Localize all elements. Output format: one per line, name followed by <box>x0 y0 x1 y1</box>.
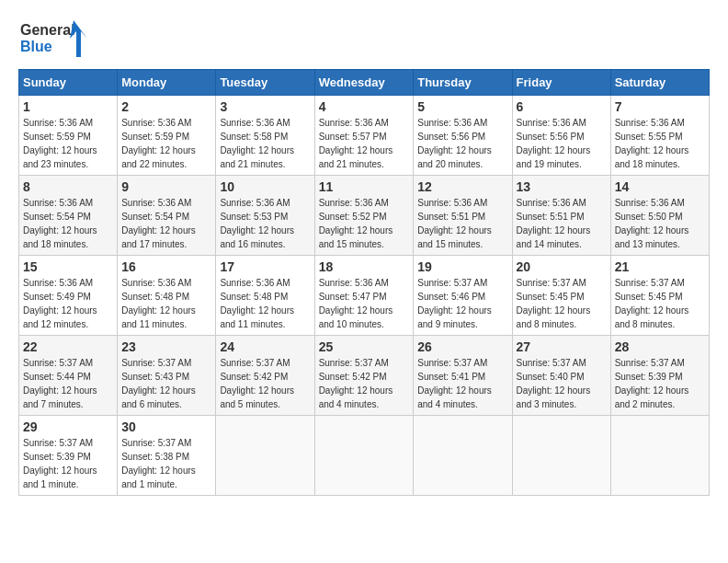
table-row: 14Sunrise: 5:36 AMSunset: 5:50 PMDayligh… <box>610 176 709 256</box>
table-row: 15Sunrise: 5:36 AMSunset: 5:49 PMDayligh… <box>19 256 118 336</box>
table-row: 8Sunrise: 5:36 AMSunset: 5:54 PMDaylight… <box>19 176 118 256</box>
svg-text:Blue: Blue <box>20 39 52 54</box>
table-row: 28Sunrise: 5:37 AMSunset: 5:39 PMDayligh… <box>610 336 709 416</box>
header: GeneralBlue <box>18 18 710 60</box>
table-row: 23Sunrise: 5:37 AMSunset: 5:43 PMDayligh… <box>118 336 216 416</box>
table-row: 3Sunrise: 5:36 AMSunset: 5:58 PMDaylight… <box>216 96 314 176</box>
table-row: 19Sunrise: 5:37 AMSunset: 5:46 PMDayligh… <box>414 256 512 336</box>
calendar-table: SundayMondayTuesdayWednesdayThursdayFrid… <box>18 69 710 496</box>
table-row: 11Sunrise: 5:36 AMSunset: 5:52 PMDayligh… <box>314 176 414 256</box>
table-row: 16Sunrise: 5:36 AMSunset: 5:48 PMDayligh… <box>118 256 216 336</box>
table-row <box>610 416 709 496</box>
table-row: 5Sunrise: 5:36 AMSunset: 5:56 PMDaylight… <box>414 96 512 176</box>
table-row <box>414 416 512 496</box>
table-row: 21Sunrise: 5:37 AMSunset: 5:45 PMDayligh… <box>610 256 709 336</box>
table-row: 9Sunrise: 5:36 AMSunset: 5:54 PMDaylight… <box>118 176 216 256</box>
table-row: 6Sunrise: 5:36 AMSunset: 5:56 PMDaylight… <box>512 96 610 176</box>
table-row: 17Sunrise: 5:36 AMSunset: 5:48 PMDayligh… <box>216 256 314 336</box>
svg-marker-2 <box>70 20 87 57</box>
table-row: 4Sunrise: 5:36 AMSunset: 5:57 PMDaylight… <box>314 96 414 176</box>
table-row: 10Sunrise: 5:36 AMSunset: 5:53 PMDayligh… <box>216 176 314 256</box>
table-row: 13Sunrise: 5:36 AMSunset: 5:51 PMDayligh… <box>512 176 610 256</box>
table-row <box>512 416 610 496</box>
table-row: 25Sunrise: 5:37 AMSunset: 5:42 PMDayligh… <box>314 336 414 416</box>
col-header-sunday: Sunday <box>19 70 118 96</box>
logo: GeneralBlue <box>18 18 92 60</box>
table-row: 26Sunrise: 5:37 AMSunset: 5:41 PMDayligh… <box>414 336 512 416</box>
table-row: 24Sunrise: 5:37 AMSunset: 5:42 PMDayligh… <box>216 336 314 416</box>
svg-text:General: General <box>20 22 75 38</box>
table-row: 30Sunrise: 5:37 AMSunset: 5:38 PMDayligh… <box>118 416 216 496</box>
table-row <box>216 416 314 496</box>
table-row: 12Sunrise: 5:36 AMSunset: 5:51 PMDayligh… <box>414 176 512 256</box>
table-row: 7Sunrise: 5:36 AMSunset: 5:55 PMDaylight… <box>610 96 709 176</box>
table-row: 18Sunrise: 5:36 AMSunset: 5:47 PMDayligh… <box>314 256 414 336</box>
table-row: 22Sunrise: 5:37 AMSunset: 5:44 PMDayligh… <box>19 336 118 416</box>
table-row: 27Sunrise: 5:37 AMSunset: 5:40 PMDayligh… <box>512 336 610 416</box>
logo-icon: GeneralBlue <box>18 18 92 60</box>
table-row: 29Sunrise: 5:37 AMSunset: 5:39 PMDayligh… <box>19 416 118 496</box>
table-row <box>314 416 414 496</box>
col-header-wednesday: Wednesday <box>314 70 414 96</box>
col-header-thursday: Thursday <box>414 70 512 96</box>
col-header-saturday: Saturday <box>610 70 709 96</box>
table-row: 1Sunrise: 5:36 AMSunset: 5:59 PMDaylight… <box>19 96 118 176</box>
col-header-monday: Monday <box>118 70 216 96</box>
table-row: 2Sunrise: 5:36 AMSunset: 5:59 PMDaylight… <box>118 96 216 176</box>
col-header-tuesday: Tuesday <box>216 70 314 96</box>
table-row: 20Sunrise: 5:37 AMSunset: 5:45 PMDayligh… <box>512 256 610 336</box>
col-header-friday: Friday <box>512 70 610 96</box>
